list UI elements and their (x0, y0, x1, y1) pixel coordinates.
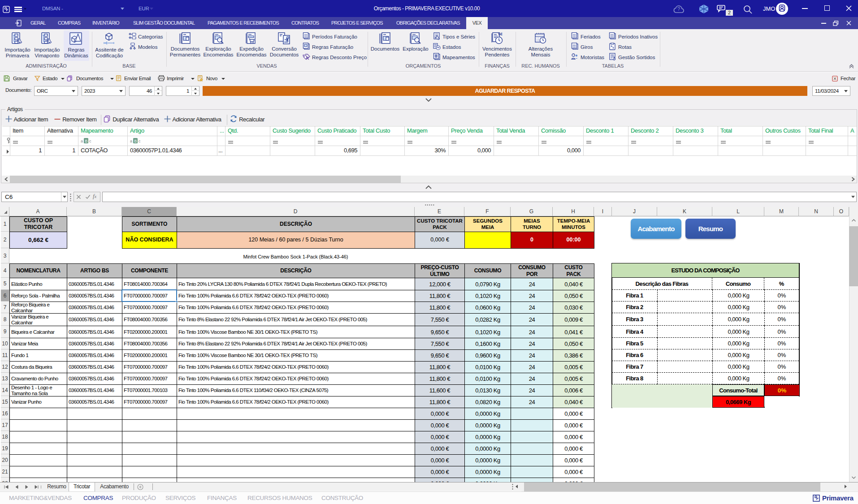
svg-text:B: B (134, 139, 137, 143)
svg-text:a: a (81, 139, 83, 143)
svg-text:c: c (139, 139, 141, 143)
svg-text:a: a (130, 139, 132, 143)
svg-text:?: ? (677, 6, 680, 12)
svg-text:B: B (85, 139, 88, 143)
svg-text:c: c (89, 139, 91, 143)
